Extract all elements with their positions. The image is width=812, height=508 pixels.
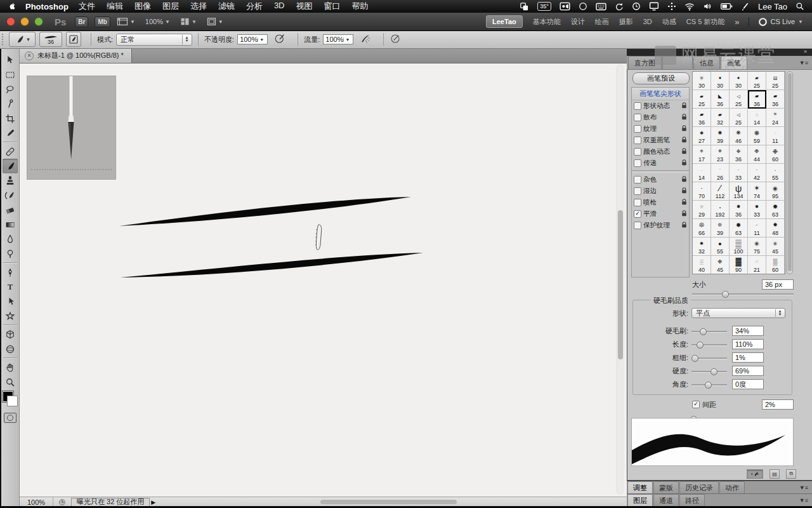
brush-tip-33[interactable]: ·33 (730, 164, 748, 182)
airbrush-button[interactable] (360, 33, 371, 46)
ink-pen-icon[interactable] (741, 2, 750, 11)
slider-thumb[interactable] (710, 368, 717, 375)
type-tool[interactable]: T (3, 279, 18, 294)
time-machine-icon[interactable] (632, 2, 641, 11)
flow-field[interactable]: 100%▼ (323, 34, 353, 44)
brush-tip-95[interactable]: ●95 (766, 182, 785, 201)
slider-control[interactable] (691, 342, 727, 347)
lock-icon[interactable] (681, 148, 687, 156)
slider-value-field[interactable]: 34% (732, 326, 764, 336)
checkbox-平滑[interactable]: ✓ (634, 210, 641, 218)
menu-item-分析[interactable]: 分析 (246, 1, 263, 12)
marquee-tool[interactable] (3, 67, 18, 82)
brush-tip-25[interactable]: ▤25 (766, 72, 785, 90)
sync-icon[interactable] (615, 2, 624, 11)
brush-tip-40[interactable]: ░40 (693, 256, 711, 274)
brush-option-杂色[interactable]: 杂色 (632, 174, 689, 185)
menu-item-窗口[interactable]: 窗口 (324, 1, 341, 12)
tab-图层[interactable]: 图层 (627, 494, 653, 506)
workspace-LeeTao[interactable]: LeeTao (486, 15, 523, 28)
toggle-brush-panel-button[interactable] (66, 32, 81, 47)
lock-icon[interactable] (681, 159, 687, 167)
brush-tip-26[interactable]: ·26 (711, 164, 730, 182)
eyedropper-tool[interactable] (3, 126, 18, 140)
zoom-level-control[interactable]: 100%▼ (145, 18, 170, 25)
dock-collapse-button[interactable]: » (804, 48, 807, 55)
close-document-icon[interactable]: ✕ (25, 51, 34, 60)
arrange-documents-button[interactable]: ▼ (180, 17, 197, 26)
brush-tip-192[interactable]: ·192 (711, 201, 730, 219)
lock-icon[interactable] (681, 176, 687, 184)
universal-access-icon[interactable] (667, 2, 676, 11)
brush-tip-21[interactable]: ∴21 (748, 256, 766, 274)
brush-tip-134[interactable]: ψ134 (730, 182, 748, 201)
brush-tip-23[interactable]: ❉23 (711, 145, 730, 164)
tab-蒙版[interactable]: 蒙版 (653, 481, 679, 493)
background-color[interactable] (7, 396, 18, 406)
brush-tip-32[interactable]: ▰32 (711, 109, 730, 127)
app-switcher-icon[interactable] (520, 2, 529, 11)
status-menu-arrow[interactable]: ▶ (151, 499, 155, 505)
brush-tip-48[interactable]: ✸48 (766, 219, 785, 237)
brush-tip-59[interactable]: ❋59 (748, 127, 766, 145)
opacity-field[interactable]: 100%▼ (237, 34, 268, 44)
brush-tip-36[interactable]: ✸36 (730, 201, 748, 219)
screen-mode-button[interactable]: ▼ (207, 17, 223, 26)
brush-tip-14[interactable]: ·14 (693, 164, 711, 182)
brush-tip-30[interactable]: ●30 (730, 72, 748, 90)
screen-recorder-icon[interactable] (560, 2, 570, 11)
brush-option-湿边[interactable]: 湿边 (632, 185, 689, 197)
mode-select[interactable]: 正常 ▲▼ (116, 34, 192, 46)
brush-tip-60[interactable]: ❉60 (766, 145, 785, 164)
brush-tip-11[interactable]: –11 (748, 219, 766, 237)
hand-tool[interactable] (3, 360, 18, 375)
slider-thumb[interactable] (700, 328, 707, 335)
brush-tip-63[interactable]: ✸63 (766, 201, 785, 219)
slider-thumb[interactable] (697, 342, 704, 349)
brush-tip-55[interactable]: ·55 (766, 164, 785, 182)
weather-menu-item[interactable]: 35° (537, 2, 551, 11)
checkbox-杂色[interactable] (634, 176, 641, 184)
brush-tip-42[interactable]: ·42 (748, 164, 766, 182)
history-brush-tool[interactable] (3, 188, 18, 203)
brush-tip-63[interactable]: ✸63 (730, 219, 748, 237)
create-new-brush-button[interactable]: ⧉ (786, 469, 796, 479)
toggle-live-tip-preview-button[interactable] (747, 469, 763, 479)
lock-icon[interactable] (681, 114, 687, 121)
brush-tip-100[interactable]: ▒100 (730, 237, 748, 256)
brush-tip-74[interactable]: ✶74 (748, 182, 766, 201)
close-window-button[interactable] (6, 17, 15, 26)
menu-item-滤镜[interactable]: 滤镜 (218, 1, 235, 12)
brush-option-散布[interactable]: 散布 (632, 112, 689, 123)
brush-tip-45[interactable]: ❉45 (711, 256, 730, 274)
brush-tip-29[interactable]: ☆29 (693, 201, 711, 219)
brush-tip-75[interactable]: ●75 (748, 237, 766, 256)
spot-healing-tool[interactable] (3, 144, 18, 159)
battery-icon[interactable] (721, 3, 733, 10)
checkbox-双重画笔[interactable] (634, 137, 641, 144)
lock-icon[interactable] (681, 187, 687, 195)
chat-icon[interactable] (579, 2, 587, 11)
spotlight-search-icon[interactable] (796, 2, 804, 11)
brush-tip-70[interactable]: ·70 (693, 182, 711, 201)
tab-直方图[interactable]: 直方图 (628, 56, 662, 69)
brush-tip-14[interactable]: ∴14 (748, 109, 766, 127)
horizontal-scroll-thumb[interactable] (320, 500, 457, 504)
workspace-摄影[interactable]: 摄影 (619, 17, 633, 27)
brush-tip-112[interactable]: ∕112 (711, 182, 730, 201)
slider-value-field[interactable]: 0度 (732, 379, 764, 389)
open-preset-manager-button[interactable]: ▤ (769, 469, 780, 479)
menu-item-视图[interactable]: 视图 (296, 1, 313, 12)
brush-tip-44[interactable]: ❉44 (748, 145, 766, 164)
grid-scrollbar[interactable] (787, 71, 793, 274)
view-extras-button[interactable]: ▼ (117, 17, 135, 26)
slider-control[interactable] (691, 382, 727, 387)
checkbox-传递[interactable] (634, 159, 641, 167)
brush-option-双重画笔[interactable]: 双重画笔 (632, 135, 689, 146)
status-zoom-field[interactable]: 100% (20, 497, 53, 507)
options-bar-grip[interactable] (2, 34, 6, 45)
menu-item-编辑[interactable]: 编辑 (107, 1, 123, 12)
launch-bridge-button[interactable]: Br (75, 17, 88, 27)
tablet-size-button[interactable] (390, 33, 401, 46)
brush-option-传递[interactable]: 传递 (632, 157, 689, 169)
